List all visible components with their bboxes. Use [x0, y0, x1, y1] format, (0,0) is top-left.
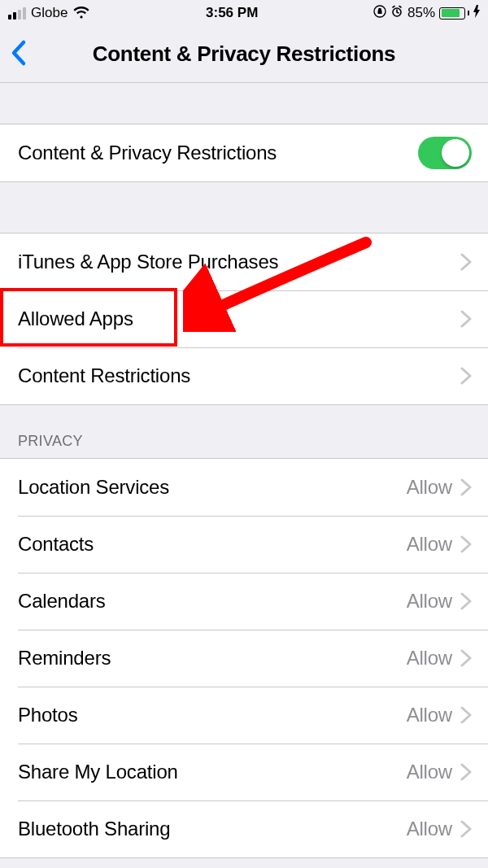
row-label: iTunes & App Store Purchases: [18, 251, 460, 273]
clock-time: 3:56 PM: [206, 5, 258, 21]
chevron-right-icon: [460, 763, 472, 781]
reminders-row[interactable]: Reminders Allow: [0, 630, 488, 687]
chevron-right-icon: [460, 535, 472, 553]
contacts-row[interactable]: Contacts Allow: [0, 516, 488, 573]
privacy-section-header: PRIVACY: [0, 405, 488, 458]
chevron-right-icon: [460, 478, 472, 496]
location-services-row[interactable]: Location Services Allow: [0, 459, 488, 516]
toggle-knob: [442, 139, 469, 167]
back-button[interactable]: [10, 39, 28, 70]
wifi-icon: [72, 7, 90, 20]
row-label: Share My Location: [18, 761, 407, 783]
row-value: Allow: [407, 818, 452, 840]
content-restrictions-row[interactable]: Content Restrictions: [0, 347, 488, 404]
chevron-right-icon: [460, 310, 472, 328]
row-value: Allow: [407, 704, 452, 726]
row-value: Allow: [407, 590, 452, 613]
status-bar: Globe 3:56 PM 85%: [0, 0, 488, 26]
toggle-group: Content & Privacy Restrictions: [0, 124, 488, 182]
content-privacy-toggle-row[interactable]: Content & Privacy Restrictions: [0, 124, 488, 181]
bluetooth-sharing-row[interactable]: Bluetooth Sharing Allow: [0, 800, 488, 857]
photos-row[interactable]: Photos Allow: [0, 687, 488, 744]
battery-icon: [439, 7, 469, 20]
allowed-apps-row[interactable]: Allowed Apps: [0, 290, 488, 347]
row-value: Allow: [407, 647, 452, 670]
alarm-icon: [390, 5, 403, 22]
battery-percent-label: 85%: [407, 5, 435, 21]
signal-strength-icon: [8, 7, 26, 20]
calendars-row[interactable]: Calendars Allow: [0, 573, 488, 630]
privacy-group: Location Services Allow Contacts Allow C…: [0, 458, 488, 858]
charging-icon: [473, 5, 480, 22]
chevron-left-icon: [10, 39, 28, 67]
chevron-right-icon: [460, 253, 472, 271]
row-label: Calendars: [18, 590, 407, 613]
itunes-app-store-purchases-row[interactable]: iTunes & App Store Purchases: [0, 233, 488, 290]
row-label: Photos: [18, 704, 407, 726]
chevron-right-icon: [460, 706, 472, 724]
page-title: Content & Privacy Restrictions: [0, 41, 488, 67]
row-label: Reminders: [18, 647, 407, 670]
toggle-label: Content & Privacy Restrictions: [18, 142, 418, 164]
row-label: Contacts: [18, 533, 407, 556]
nav-header: Content & Privacy Restrictions: [0, 26, 488, 83]
row-label: Bluetooth Sharing: [18, 818, 407, 840]
chevron-right-icon: [460, 649, 472, 667]
row-value: Allow: [407, 533, 452, 556]
share-my-location-row[interactable]: Share My Location Allow: [0, 744, 488, 800]
orientation-lock-icon: [373, 5, 386, 22]
nav-group: iTunes & App Store Purchases Allowed App…: [0, 233, 488, 405]
row-label: Content Restrictions: [18, 364, 460, 387]
row-label: Location Services: [18, 476, 407, 499]
chevron-right-icon: [460, 592, 472, 610]
row-value: Allow: [407, 761, 452, 783]
carrier-label: Globe: [31, 5, 68, 21]
toggle-switch[interactable]: [418, 137, 472, 169]
chevron-right-icon: [460, 367, 472, 385]
row-value: Allow: [407, 476, 452, 499]
row-label: Allowed Apps: [18, 308, 460, 330]
chevron-right-icon: [460, 820, 472, 838]
